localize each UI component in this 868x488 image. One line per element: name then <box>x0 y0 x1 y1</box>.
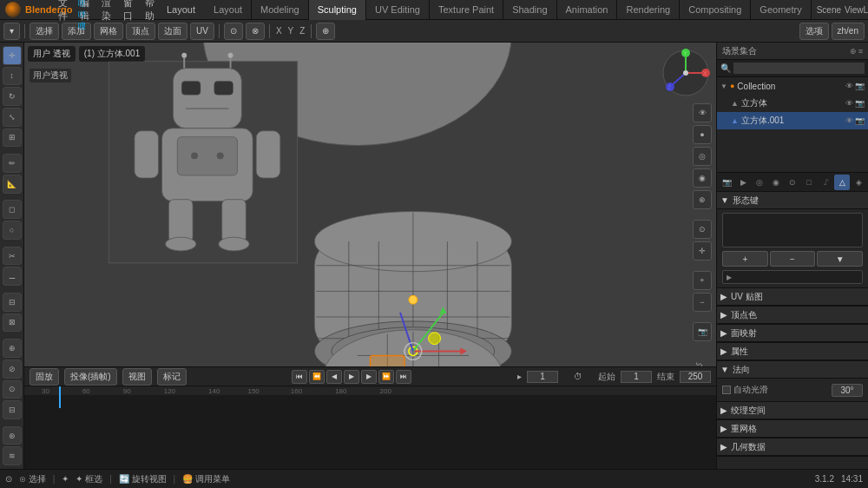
tool-cursor[interactable]: ✛ <box>3 46 22 65</box>
add-shape-key-btn[interactable]: + <box>722 251 768 267</box>
axis-z-label[interactable]: Z <box>298 26 306 36</box>
tab-modeling[interactable]: Modeling <box>252 0 309 20</box>
uv-btn[interactable]: UV <box>190 23 214 40</box>
tool-bevel[interactable]: ⊙ <box>3 380 22 399</box>
menu-help[interactable]: 帮助 <box>139 0 161 20</box>
prop-view-layer-btn[interactable]: ◎ <box>752 175 767 190</box>
render-visible-icon[interactable]: 📷 <box>855 82 865 90</box>
outliner-filter-icon[interactable]: ⊕ <box>850 47 857 56</box>
tab-geometry[interactable]: Geometry <box>751 0 811 20</box>
playback-view-btn[interactable]: 视图 <box>122 368 152 386</box>
auto-smooth-angle[interactable]: 30° <box>832 384 863 397</box>
jump-start-btn[interactable]: ⏮ <box>292 370 307 384</box>
viewport-shading-render[interactable]: ⊕ <box>693 190 712 209</box>
viewport-zoom-in[interactable]: + <box>693 271 712 290</box>
playback-markers-btn[interactable]: 标记 <box>157 368 187 386</box>
cube001-vis-icon[interactable]: 👁 <box>845 116 853 125</box>
start-frame-input[interactable] <box>621 371 652 383</box>
proportional-btn[interactable]: ⊗ <box>246 23 265 40</box>
auto-smooth-checkbox[interactable] <box>722 386 731 394</box>
viewport-zoom-out[interactable]: − <box>693 293 712 312</box>
shape-key-expand-row[interactable]: ▶ <box>722 270 863 284</box>
tool-bisect[interactable]: ⚊ <box>3 267 22 286</box>
jump-end-btn[interactable]: ⏭ <box>396 370 411 384</box>
tab-sculpting[interactable]: Sculpting <box>309 0 366 20</box>
vertex-color-header[interactable]: ▶ 顶点色 <box>717 307 868 324</box>
prop-scene-btn[interactable]: ◉ <box>768 175 784 190</box>
viewport-camera-btn[interactable]: 📷 <box>693 322 712 341</box>
current-frame-input[interactable] <box>527 371 558 383</box>
tool-extrude[interactable]: ⊕ <box>3 339 22 358</box>
outliner-display-icon[interactable]: ≡ <box>858 47 863 56</box>
prop-render-btn[interactable]: 📷 <box>719 175 734 190</box>
tab-texture-paint[interactable]: Texture Paint <box>430 0 503 20</box>
menu-edit[interactable]: 编辑 <box>74 0 95 20</box>
visibility-icon[interactable]: 👁 <box>845 82 853 90</box>
snap-btn[interactable]: ⊙ <box>224 23 243 40</box>
tool-transform[interactable]: ⊞ <box>3 129 22 148</box>
viewport-shading-wire[interactable]: ◎ <box>693 147 712 166</box>
geodata-header[interactable]: ▶ 几何数据 <box>717 439 868 456</box>
next-frame-btn[interactable]: ▶ <box>361 370 377 384</box>
viewport-area[interactable]: 用户 透视 (1) 立方体.001 用户透视 X <box>24 43 716 386</box>
edge-btn[interactable]: 边面 <box>158 23 187 40</box>
tool-scale[interactable]: ⤡ <box>3 108 22 127</box>
tab-animation[interactable]: Animation <box>557 0 618 20</box>
outliner-search-input[interactable] <box>733 63 865 74</box>
cube-render-icon[interactable]: 📷 <box>855 99 865 108</box>
end-frame-input[interactable] <box>680 371 711 383</box>
viewport-shading-solid[interactable]: ● <box>693 125 712 144</box>
tab-layout[interactable]: Layout <box>205 0 252 20</box>
playback-render-dropdown[interactable]: 投像(插帧) <box>64 368 117 386</box>
axis-y-label[interactable]: Y <box>286 26 296 36</box>
prev-frame-btn[interactable]: ◀ <box>326 370 342 384</box>
prev-keyframe-btn[interactable]: ⏪ <box>309 370 325 384</box>
tab-rendering[interactable]: Rendering <box>617 0 680 20</box>
normals-header[interactable]: ▼ 法向 <box>717 361 868 379</box>
tab-uv-editing[interactable]: UV Editing <box>366 0 430 20</box>
playback-mode-dropdown[interactable]: 固放 <box>30 368 59 386</box>
outliner-search[interactable]: 🔍 <box>717 60 868 77</box>
menu-window[interactable]: 窗口 <box>117 0 139 20</box>
vertex-btn[interactable]: 顶点 <box>126 23 155 40</box>
tool-offset-edge[interactable]: ⊠ <box>3 313 22 333</box>
blender-logo-icon[interactable] <box>5 2 21 17</box>
menu-render[interactable]: 渲染 <box>95 0 117 20</box>
prop-material-btn[interactable]: ◈ <box>851 175 866 190</box>
prop-object-btn[interactable]: □ <box>801 175 817 190</box>
remesh-header[interactable]: ▶ 重网格 <box>717 420 868 438</box>
tool-loop-cut[interactable]: ⊟ <box>3 293 22 312</box>
tool-spin[interactable]: ⊛ <box>3 426 22 445</box>
viewport-overlay-btn[interactable]: ⊙ <box>693 220 712 239</box>
shape-key-options-btn[interactable]: ▼ <box>817 251 863 267</box>
viewport-display-btn[interactable]: 👁 <box>693 103 712 122</box>
menu-file[interactable]: 文件 <box>52 0 74 20</box>
outliner-item-cube-001[interactable]: ▲ 立方体.001 👁 📷 <box>717 112 868 129</box>
tool-bridge[interactable]: ⊟ <box>3 400 22 419</box>
prop-data-btn[interactable]: △ <box>834 175 850 190</box>
mesh-btn[interactable]: 网格 <box>94 23 123 40</box>
tool-inset[interactable]: ⊘ <box>3 359 22 379</box>
tool-add-sphere[interactable]: ○ <box>3 221 22 240</box>
tool-add-cube[interactable]: ◻ <box>3 200 22 219</box>
options-btn[interactable]: 选项 <box>799 23 829 40</box>
nav-gizmo[interactable]: X Y Z <box>660 47 712 99</box>
tool-measure[interactable]: 📐 <box>3 175 22 194</box>
face-map-header[interactable]: ▶ 面映射 <box>717 325 868 342</box>
add-btn[interactable]: 添加 <box>62 23 91 40</box>
remove-shape-key-btn[interactable]: − <box>770 251 816 267</box>
uv-header[interactable]: ▶ UV 贴图 <box>717 288 868 306</box>
tool-knife[interactable]: ✂ <box>3 247 22 266</box>
outliner-item-cube[interactable]: ▲ 立方体 👁 📷 <box>717 95 868 112</box>
tab-compositing[interactable]: Compositing <box>680 0 751 20</box>
viewport-shading-material[interactable]: ◉ <box>693 168 712 188</box>
axis-x-label[interactable]: X <box>274 26 284 36</box>
prop-world-btn[interactable]: ⊙ <box>785 175 800 190</box>
tool-annotate[interactable]: ✏ <box>3 154 22 173</box>
lang-toggle-btn[interactable]: zh/en <box>832 23 865 40</box>
next-keyframe-btn[interactable]: ⏩ <box>378 370 394 384</box>
cube001-render-icon[interactable]: 📷 <box>855 116 865 125</box>
prop-output-btn[interactable]: ▶ <box>735 175 751 190</box>
tool-smooth[interactable]: ≋ <box>3 446 22 465</box>
timeline-scrub[interactable]: 30 60 90 120 140 150 160 180 200 <box>24 386 716 408</box>
